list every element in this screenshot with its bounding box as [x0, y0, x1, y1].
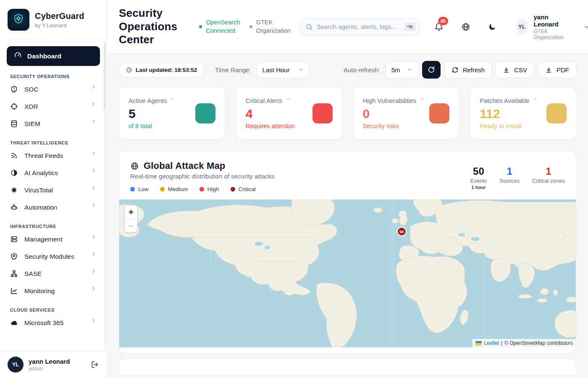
brain-icon [10, 169, 18, 177]
chevron-right-icon [91, 234, 97, 242]
user-menu[interactable]: YL yann Leonard GTEK Organization [516, 13, 588, 40]
sidebar-item-soc[interactable]: SOC [6, 81, 101, 98]
attribution-separator: | [501, 340, 502, 346]
logout-icon[interactable] [91, 360, 99, 369]
attack-marker[interactable]: 50 [397, 227, 406, 236]
sidebar-item-label: Threat Feeds [24, 152, 63, 160]
chevron-right-icon [91, 168, 97, 175]
rotate-icon [427, 66, 436, 74]
sidebar-item-microsoft-365[interactable]: Microsoft 365 [6, 314, 101, 331]
legend-label: Low [138, 186, 149, 192]
line-chart-icon [10, 287, 18, 295]
sidebar-item-siem[interactable]: SIEM [6, 115, 101, 132]
sidebar-item-threat-feeds[interactable]: Threat Feeds [6, 147, 101, 164]
user-name: yann Leonard [534, 13, 568, 28]
map-attribution: Leaflet | © OpenStreetMap contributors [472, 339, 576, 347]
zoom-in-button[interactable]: + [125, 205, 137, 219]
sidebar-item-label: SOC [24, 86, 39, 93]
sidebar-item-xdr[interactable]: XDR [6, 98, 101, 115]
sidebar-item-label: XDR [24, 103, 38, 110]
app-root: CyberGuard by Y.Leonard Dashboard SECURI… [0, 0, 588, 378]
legend-item-high: High [200, 186, 219, 192]
map-title: Global Attack Map [144, 160, 226, 171]
stat-label: Active Agents [129, 97, 167, 104]
stat-sub: Ready to install [480, 123, 536, 129]
zoom-out-button[interactable]: − [125, 219, 137, 232]
chevron-right-icon [91, 251, 97, 259]
sidebar-item-label: SASE [24, 270, 42, 278]
org-status: GTEK Organization [249, 18, 291, 35]
global-search[interactable]: ^K [300, 18, 420, 36]
sources-value: 1 [499, 165, 520, 177]
search-input[interactable] [317, 23, 400, 30]
status-label: GTEK Organization [256, 18, 291, 35]
brand-name: CyberGuard [35, 11, 84, 21]
leaflet-link[interactable]: Leaflet [484, 340, 499, 346]
brand-byline: by Y.Leonard [35, 22, 84, 29]
refresh-icon [452, 66, 459, 74]
time-range-label: Time Range: [215, 66, 251, 74]
stat-value: 0 [363, 107, 424, 121]
cloud-icon [10, 319, 18, 327]
sidebar-item-sase[interactable]: SASE [6, 265, 101, 282]
download-icon [503, 66, 510, 74]
stat-icon-square [429, 103, 449, 123]
auto-refresh-toggle-button[interactable] [422, 61, 441, 79]
chevron-right-icon [91, 286, 97, 293]
brand: CyberGuard by Y.Leonard [0, 0, 107, 40]
section-label: THREAT INTELLIGENCE [10, 140, 97, 145]
sidebar: CyberGuard by Y.Leonard Dashboard SECURI… [0, 0, 107, 378]
stat-value: 5 [129, 107, 174, 121]
stat-icon-square [546, 103, 567, 123]
moon-icon [488, 23, 496, 31]
stat-card-critical-alerts: Critical Alerts– 4 Requires attention [236, 87, 342, 139]
sidebar-item-monitoring[interactable]: Monitoring [6, 282, 101, 299]
chevron-right-icon [91, 118, 97, 126]
sidebar-item-dashboard[interactable]: Dashboard [7, 46, 100, 66]
auto-refresh-select[interactable]: 5m [386, 62, 418, 78]
leaflet-map[interactable]: 50 + − Leaflet | © OpenStreetMap contrib… [119, 200, 576, 347]
chevron-down-icon [583, 24, 588, 30]
stat-label: Patches Available [480, 97, 529, 104]
stat-sub: Requires attention [246, 123, 295, 129]
search-shortcut: ^K [404, 23, 416, 31]
notifications-button[interactable]: 85 [434, 22, 444, 32]
time-range-select[interactable]: Last Hour [257, 62, 310, 78]
refresh-button[interactable]: Refresh [444, 62, 492, 78]
globe-icon [461, 22, 470, 32]
stat-card-patches-available: Patches Available– 112 Ready to install [470, 87, 576, 139]
critical-zones-label: Critical zones [532, 178, 565, 184]
map-stat-critical-zones: 1 Critical zones [532, 165, 565, 200]
language-button[interactable] [461, 22, 470, 32]
sidebar-item-label: AI Analytics [24, 169, 58, 177]
sidebar-item-management[interactable]: Management [6, 231, 101, 248]
legend-label: Medium [168, 186, 188, 192]
sidebar-item-virustotal[interactable]: VirusTotal [6, 181, 101, 199]
export-csv-button[interactable]: CSV [496, 62, 534, 78]
trend-indicator: – [171, 95, 174, 102]
auto-refresh-label: Auto-refresh: [344, 66, 380, 74]
legend-dot [130, 187, 135, 192]
theme-toggle-button[interactable] [488, 23, 496, 31]
section-label: INFRASTRUCTURE [10, 224, 97, 229]
stat-icon-square [312, 103, 333, 123]
sidebar-item-automation[interactable]: Automation [6, 199, 101, 216]
header-icons: 85 [434, 22, 496, 32]
sidebar-scrollbar-thumb[interactable] [104, 42, 106, 110]
svg-text:50: 50 [399, 230, 404, 234]
clock-icon [126, 67, 132, 73]
sidebar-item-label: Microsoft 365 [24, 319, 63, 327]
auto-refresh-value: 5m [391, 66, 400, 74]
gauge-icon [14, 51, 22, 61]
main-area: Security Operations Center OpenSearch Co… [107, 0, 588, 378]
legend-label: Critical [239, 186, 256, 192]
chevron-right-icon [91, 101, 97, 109]
chevron-right-icon [91, 185, 97, 192]
sidebar-item-security-modules[interactable]: Security Modules [6, 248, 101, 265]
events-window: 1 hour [470, 185, 487, 190]
sidebar-item-ai-analytics[interactable]: AI Analytics [6, 164, 101, 181]
status-label: OpenSearch Connected [206, 18, 240, 35]
legend-dot [160, 187, 165, 192]
stat-label: Critical Alerts [246, 97, 283, 104]
export-pdf-button[interactable]: PDF [538, 62, 576, 78]
